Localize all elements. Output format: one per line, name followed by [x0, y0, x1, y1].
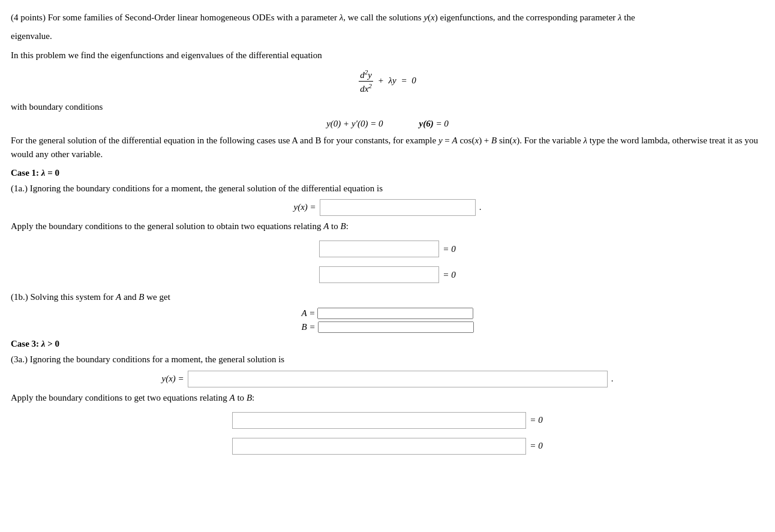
eq2-row: = 0	[319, 266, 455, 283]
case3-header: Case 3: λ > 0	[11, 339, 764, 349]
ode-y: y	[392, 76, 396, 85]
a-row: A =	[302, 308, 474, 319]
equations-3-4: = 0 = 0	[11, 408, 764, 458]
case3a-dot: .	[611, 374, 614, 384]
header-paragraph: (4 points) For some families of Second-O…	[11, 11, 764, 25]
eq4-suffix: = 0	[530, 441, 542, 451]
case1a-input-row: y(x) = .	[11, 199, 764, 216]
eq3-suffix: = 0	[530, 415, 542, 425]
eq4-row: = 0	[232, 438, 542, 455]
ode-plus: +	[378, 76, 384, 85]
b-label: B =	[301, 322, 315, 332]
ab-inputs: A = B =	[11, 308, 764, 333]
b-input[interactable]	[318, 321, 474, 333]
two-equations: = 0 = 0	[11, 237, 764, 287]
eq3-input[interactable]	[232, 412, 526, 429]
eq1-row: = 0	[319, 241, 455, 257]
case1a-text: (1a.) Ignoring the boundary conditions f…	[11, 182, 764, 196]
the-word: the	[624, 13, 635, 22]
case3a-text: (3a.) Ignoring the boundary conditions f…	[11, 353, 764, 366]
a-label: A =	[302, 308, 316, 318]
ode-fraction: d2y dx2	[359, 68, 373, 94]
apply-bc-text2: Apply the boundary conditions to get two…	[11, 391, 764, 405]
case1b-text: (1b.) Solving this system for A and B we…	[11, 290, 764, 304]
boundary-label: with boundary conditions	[11, 100, 764, 114]
a-input[interactable]	[317, 308, 473, 319]
apply-bc-text: Apply the boundary conditions to the gen…	[11, 220, 764, 233]
eq2-input[interactable]	[319, 266, 439, 283]
problem-intro: In this problem we find the eigenfunctio…	[11, 49, 764, 62]
case3a-label: y(x) =	[162, 374, 184, 384]
eq3-row: = 0	[232, 412, 542, 429]
case1a-input[interactable]	[320, 199, 476, 216]
eq4-input[interactable]	[232, 438, 526, 455]
case1a-dot: .	[479, 202, 482, 212]
case1-header: Case 1: λ = 0	[11, 168, 764, 178]
ode-zero: 0	[411, 76, 416, 85]
ode-display: d2y dx2 + λy = 0	[11, 68, 764, 94]
general-solution-note: For the general solution of the differen…	[11, 134, 764, 162]
ode-equals: =	[401, 76, 407, 85]
eigenvalue-line: eigenvalue.	[11, 29, 764, 43]
eq1-input[interactable]	[319, 241, 439, 257]
case3a-input-row: y(x) = .	[11, 371, 764, 387]
eq1-suffix: = 0	[443, 244, 455, 254]
eq2-suffix: = 0	[443, 270, 455, 280]
bc2: y(6) = 0	[419, 119, 449, 129]
bc1: y(0) + y′(0) = 0	[326, 119, 383, 129]
boundary-display: y(0) + y′(0) = 0 y(6) = 0	[11, 119, 764, 129]
case1a-label: y(x) =	[294, 202, 316, 212]
b-row: B =	[301, 321, 473, 333]
header-text: (4 points) For some families of Second-O…	[11, 13, 635, 22]
case3a-input[interactable]	[188, 371, 608, 387]
